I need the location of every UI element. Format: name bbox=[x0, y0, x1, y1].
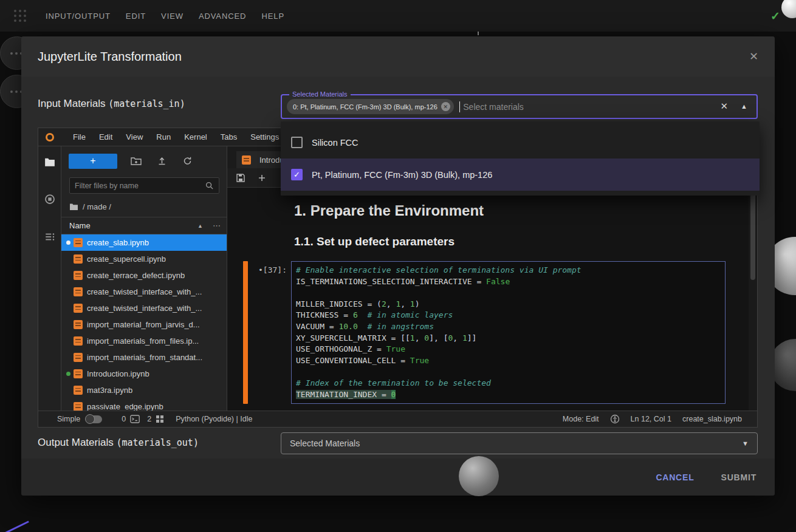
cell-collapser-bar[interactable] bbox=[243, 261, 248, 404]
new-folder-icon[interactable] bbox=[131, 156, 142, 166]
table-of-contents-icon[interactable] bbox=[44, 231, 55, 242]
code-line: MILLER_INDICES = (2, 1, 1) bbox=[296, 299, 721, 310]
file-item[interactable]: create_terrace_defect.ipynb bbox=[61, 267, 227, 284]
jupyter-menus: FileEditViewRunKernelTabsSettingsHelp bbox=[66, 132, 315, 142]
editor-mode[interactable]: Mode: Edit bbox=[563, 415, 599, 423]
topbar-menus: INPUT/OUTPUTEDITVIEWADVANCEDHELP bbox=[46, 12, 284, 21]
file-item[interactable]: create_twisted_interface_with_... bbox=[61, 300, 227, 316]
running-kernels-icon[interactable] bbox=[44, 194, 55, 205]
output-materials-select[interactable]: Selected Materials ▼ bbox=[281, 432, 758, 454]
new-launcher-button[interactable]: + bbox=[69, 154, 117, 169]
code-lines: # Enable interactive selection of termin… bbox=[296, 265, 721, 400]
file-browser-toolbar: + bbox=[61, 146, 227, 176]
dot-placeholder bbox=[66, 388, 70, 392]
jupyter-menu-run[interactable]: Run bbox=[149, 132, 177, 142]
code-editor[interactable]: # Enable interactive selection of termin… bbox=[291, 261, 726, 404]
checkbox-unchecked-icon[interactable] bbox=[291, 137, 303, 148]
jupyter-menu-kernel[interactable]: Kernel bbox=[177, 132, 214, 142]
jupyter-menu-settings[interactable]: Settings bbox=[244, 132, 286, 142]
file-list-header[interactable]: Name ▲ ⋯ bbox=[61, 217, 227, 234]
topbar-menu-edit[interactable]: EDIT bbox=[126, 12, 146, 21]
topbar-menu-help[interactable]: HELP bbox=[261, 12, 284, 21]
code-line: TERMINATION_INDEX = 0 bbox=[296, 389, 721, 401]
submit-button[interactable]: SUBMIT bbox=[721, 472, 757, 482]
add-cell-icon[interactable] bbox=[257, 173, 267, 183]
kernel-sessions-icon[interactable] bbox=[156, 415, 164, 423]
dot-placeholder bbox=[66, 273, 70, 278]
code-line: # Enable interactive selection of termin… bbox=[296, 265, 721, 276]
text-caret bbox=[459, 101, 461, 112]
file-item[interactable]: import_materials_from_files.ip... bbox=[61, 333, 227, 349]
file-name: passivate_edge.ipynb bbox=[87, 402, 163, 411]
topbar-menu-view[interactable]: VIEW bbox=[161, 12, 184, 21]
file-item[interactable]: create_slab.ipynb bbox=[61, 234, 227, 251]
materials-select-floating-label: Selected Materials bbox=[289, 90, 351, 98]
file-name: import_material_from_jarvis_d... bbox=[87, 320, 200, 329]
file-browser-icon[interactable] bbox=[44, 157, 55, 167]
dot-placeholder bbox=[66, 355, 70, 360]
save-icon[interactable] bbox=[236, 173, 245, 183]
topbar-menu-advanced[interactable]: ADVANCED bbox=[199, 12, 246, 21]
filter-files-input[interactable] bbox=[75, 182, 205, 190]
file-item[interactable]: passivate_edge.ipynb bbox=[61, 398, 227, 411]
jupyter-activity-bar bbox=[38, 146, 61, 411]
close-icon[interactable]: ✕ bbox=[749, 50, 758, 63]
breadcrumb-path: / made / bbox=[83, 202, 111, 211]
upload-icon[interactable] bbox=[157, 156, 167, 166]
sort-ascending-icon[interactable]: ▲ bbox=[197, 223, 203, 229]
terminal-count[interactable]: 0 bbox=[122, 415, 126, 423]
topbar-menu-input-output[interactable]: INPUT/OUTPUT bbox=[46, 12, 111, 21]
expand-dropdown-icon: ▼ bbox=[742, 440, 749, 447]
notebook-file-icon bbox=[74, 320, 83, 329]
more-columns-icon[interactable]: ⋯ bbox=[213, 221, 221, 230]
app-logo-icon[interactable] bbox=[13, 9, 27, 22]
checkbox-checked-icon[interactable]: ✓ bbox=[291, 169, 303, 180]
unsaved-dot-icon bbox=[66, 240, 70, 245]
scrollbar-thumb[interactable] bbox=[750, 189, 755, 280]
file-list: create_slab.ipynbcreate_supercell.ipynbc… bbox=[61, 234, 227, 411]
file-name: create_slab.ipynb bbox=[87, 238, 149, 247]
file-browser-panel: + bbox=[61, 146, 227, 411]
material-option[interactable]: Silicon FCC bbox=[281, 126, 760, 159]
code-cell[interactable]: •[37]: # Enable interactive selection of… bbox=[243, 261, 757, 404]
filter-wrap bbox=[61, 176, 227, 196]
output-select-value: Selected Materials bbox=[290, 438, 360, 448]
chip-remove-icon[interactable]: ✕ bbox=[441, 102, 450, 111]
clear-selection-icon[interactable]: ✕ bbox=[720, 101, 728, 112]
accessibility-icon[interactable] bbox=[610, 414, 620, 424]
output-materials-label: Output Materials (materials_out) bbox=[38, 437, 199, 449]
refresh-icon[interactable] bbox=[182, 156, 193, 166]
cursor-position[interactable]: Ln 12, Col 1 bbox=[631, 415, 671, 423]
file-item[interactable]: mat3ra.ipynb bbox=[61, 382, 227, 398]
kernel-count[interactable]: 2 bbox=[147, 415, 151, 423]
terminal-icon[interactable] bbox=[130, 415, 140, 423]
materials-select-input[interactable]: Selected Materials 0: Pt, Platinum, FCC … bbox=[281, 94, 758, 119]
jupyter-menu-tabs[interactable]: Tabs bbox=[214, 132, 244, 142]
input-materials-code: (materials_in) bbox=[108, 98, 185, 109]
column-header-name[interactable]: Name bbox=[69, 221, 91, 230]
file-item[interactable]: import_materials_from_standat... bbox=[61, 349, 227, 366]
simple-mode-toggle[interactable] bbox=[86, 415, 102, 423]
file-name: create_supercell.ipynb bbox=[87, 254, 166, 264]
notebook-file-icon bbox=[74, 353, 83, 362]
notebook-file-icon bbox=[74, 271, 83, 280]
file-item[interactable]: Introduction.ipynb bbox=[61, 366, 227, 382]
dot-placeholder bbox=[66, 339, 70, 343]
kernel-status[interactable]: Python (Pyodide) | Idle bbox=[176, 415, 252, 423]
jupyter-menu-edit[interactable]: Edit bbox=[92, 132, 119, 142]
cancel-button[interactable]: CANCEL bbox=[656, 472, 694, 482]
file-item[interactable]: import_material_from_jarvis_d... bbox=[61, 316, 227, 333]
notebook-scrollbar[interactable] bbox=[749, 188, 757, 411]
notebook-file-icon bbox=[74, 336, 83, 346]
breadcrumb[interactable]: / made / bbox=[61, 196, 227, 217]
jupyter-menu-file[interactable]: File bbox=[66, 132, 92, 142]
collapse-dropdown-icon[interactable]: ▲ bbox=[741, 103, 747, 110]
file-name: create_twisted_interface_with_... bbox=[87, 287, 202, 296]
code-line: USE_ORTHOGONAL_Z = True bbox=[296, 344, 721, 355]
file-item[interactable]: create_supercell.ipynb bbox=[61, 251, 227, 267]
jupyter-menu-view[interactable]: View bbox=[119, 132, 149, 142]
selected-material-chip[interactable]: 0: Pt, Platinum, FCC (Fm-3m) 3D (Bulk), … bbox=[287, 99, 454, 114]
code-line bbox=[296, 287, 721, 299]
material-option[interactable]: ✓Pt, Platinum, FCC (Fm-3m) 3D (Bulk), mp… bbox=[281, 159, 760, 191]
file-item[interactable]: create_twisted_interface_with_... bbox=[61, 284, 227, 300]
